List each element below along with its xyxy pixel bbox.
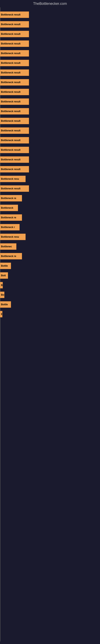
bar-label: Bottleneck resu — [1, 178, 19, 180]
bar-label: Bottleneck result — [1, 71, 20, 74]
bar-label: Bottleneck result — [1, 100, 20, 103]
bar-label: Bottleneck result — [1, 110, 20, 113]
bar-item: Bottleneck result — [0, 60, 29, 66]
bar-item: Bottleneck result — [0, 50, 29, 56]
bar-label: Bottleneck result — [1, 23, 20, 26]
bar-item: Bottleneck r — [0, 224, 20, 230]
bar-item: Bottleneck re — [0, 253, 22, 260]
bar-label: Bottleneck — [1, 206, 13, 209]
bar-label: B — [1, 284, 3, 286]
bar-item: Bottleneck result — [0, 147, 29, 153]
bar-label: Bottleneck resu — [1, 236, 19, 238]
bar-item: Bottleneck result — [0, 128, 29, 134]
bar-label: Bottleneck result — [1, 148, 20, 151]
bar-item: Bottleneck result — [0, 31, 29, 37]
bar-label: Bo — [1, 294, 4, 296]
bar-label: Bottleneck result — [1, 168, 20, 171]
bar-label: Bottleneck result — [1, 13, 20, 16]
bar-label: Bottleneck result — [1, 62, 20, 64]
bar-label: Bottleneck re — [1, 216, 16, 219]
bar-label: Bottle — [1, 303, 8, 306]
bar-label: Bottleneck result — [1, 81, 20, 84]
bar-label: Bottleneck re — [1, 255, 16, 258]
bar-item: Bottleneck re — [0, 195, 22, 202]
bar-item: Bo — [0, 292, 4, 298]
bar-item: B — [0, 311, 2, 317]
bar-label: Bottleneck result — [1, 90, 20, 94]
bar-item: Bottleneck result — [0, 156, 29, 163]
bar-item: Bottleneck result — [0, 40, 29, 47]
bar-label: Bottleneck result — [1, 52, 20, 55]
bar-item: Bottleneck result — [0, 137, 29, 144]
bar-item: Bottleneck result — [0, 70, 29, 76]
bar-label: Bottle — [1, 264, 8, 267]
bar-label: Bottleneck re — [1, 197, 16, 200]
bar-item: Bottleneck result — [0, 108, 29, 114]
bar-item: Bottle — [0, 263, 11, 269]
bar-item: Bottlenec — [0, 243, 16, 250]
bar-label: Bott — [1, 274, 6, 277]
bar-item: B — [0, 282, 3, 288]
bar-label: Bottlenec — [1, 245, 12, 248]
bar-item: Bottleneck result — [0, 21, 29, 28]
bar-label: Bottleneck result — [1, 187, 20, 190]
bar-label: Bottleneck result — [1, 32, 20, 36]
bar-label: Bottleneck result — [1, 158, 20, 161]
bar-label: Bottleneck result — [1, 129, 20, 132]
bar-item: Bottleneck result — [0, 12, 29, 18]
bar-label: Bottleneck result — [1, 139, 20, 142]
chart-container: Bottleneck resultBottleneck resultBottle… — [0, 8, 100, 642]
site-title: TheBottlenecker.com — [0, 0, 100, 8]
bar-item: Bottleneck result — [0, 89, 29, 95]
bar-item: Bottleneck — [0, 205, 18, 211]
bar-item: Bottleneck resu — [0, 234, 26, 240]
bar-item: Bottle — [0, 301, 11, 308]
bar-item: Bottleneck result — [0, 98, 29, 105]
bar-label: Bottleneck result — [1, 120, 20, 122]
bar-label: Bottleneck result — [1, 42, 20, 45]
bar-item: Bottleneck result — [0, 118, 29, 124]
bar-item: Bottleneck re — [0, 214, 22, 221]
bar-item: Bottleneck result — [0, 166, 29, 172]
bar-item: Bottleneck result — [0, 185, 29, 192]
bar-item: Bott — [0, 272, 8, 279]
bar-item: Bottleneck result — [0, 79, 29, 86]
bar-label: Bottleneck r — [1, 226, 15, 228]
bar-item: Bottleneck resu — [0, 176, 26, 182]
bar-label: B — [1, 313, 2, 316]
